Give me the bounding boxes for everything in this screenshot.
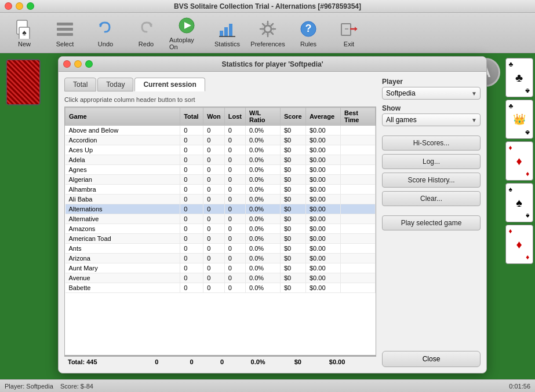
table-row[interactable]: Amazons 0 0 0 0.0% $0 $0.00 — [65, 224, 376, 234]
player-select[interactable]: Softpedia — [382, 87, 481, 100]
show-select[interactable]: All games Played games Won games — [382, 113, 481, 126]
table-row[interactable]: Babette 0 0 0 0.0% $0 $0.00 — [65, 283, 376, 293]
clear-button[interactable]: Clear... — [382, 191, 481, 206]
col-game[interactable]: Game — [65, 108, 180, 126]
table-row[interactable]: Accordion 0 0 0 0.0% $0 $0.00 — [65, 135, 376, 145]
cell-avg: $0.00 — [306, 204, 341, 214]
toolbar-undo[interactable]: Undo — [86, 16, 125, 50]
table-row[interactable]: Adela 0 0 0 0.0% $0 $0.00 — [65, 155, 376, 165]
cell-game: Aces Up — [65, 145, 180, 155]
col-score[interactable]: Score — [281, 108, 306, 126]
table-row[interactable]: Algerian 0 0 0 0.0% $0 $0.00 — [65, 175, 376, 185]
toolbar-autoplay[interactable]: Autoplay On — [167, 16, 206, 50]
toolbar-new[interactable]: ♠ New — [5, 16, 44, 50]
undo-icon — [95, 19, 116, 39]
cell-total: 0 — [180, 145, 203, 155]
cell-won: 0 — [203, 283, 225, 293]
score-history-button[interactable]: Score History... — [382, 173, 481, 188]
toolbar-preferences[interactable]: Preferences — [248, 16, 287, 50]
toolbar-exit[interactable]: Exit — [329, 16, 369, 50]
table-row[interactable]: Alternative 0 0 0 0.0% $0 $0.00 — [65, 214, 376, 224]
tab-today[interactable]: Today — [97, 78, 133, 91]
cell-score: $0 — [281, 263, 306, 273]
table-row[interactable]: Agnes 0 0 0 0.0% $0 $0.00 — [65, 165, 376, 175]
cell-total: 0 — [180, 273, 203, 283]
toolbar-redo[interactable]: Redo — [126, 16, 166, 50]
cell-best — [341, 195, 376, 204]
cell-lost: 0 — [224, 254, 245, 263]
undo-label: Undo — [98, 41, 113, 47]
preferences-label: Preferences — [250, 41, 285, 47]
table-row[interactable]: Ali Baba 0 0 0 0.0% $0 $0.00 — [65, 195, 376, 204]
cell-score: $0 — [281, 135, 306, 145]
toolbar-statistics[interactable]: Statistics — [208, 16, 247, 50]
table-row[interactable]: Avenue 0 0 0 0.0% $0 $0.00 — [65, 273, 376, 283]
cell-best — [341, 204, 376, 214]
tab-current-session[interactable]: Current session — [134, 78, 205, 91]
title-bar: BVS Solitaire Collection Trial - Alterna… — [0, 0, 535, 13]
col-average[interactable]: Average — [306, 108, 341, 126]
minimize-button[interactable] — [16, 2, 23, 10]
toolbar-rules[interactable]: ? Rules — [289, 16, 328, 50]
cell-lost: 0 — [224, 263, 245, 273]
dialog-close-button[interactable] — [63, 60, 71, 68]
col-total[interactable]: Total — [180, 108, 203, 126]
window-controls[interactable] — [5, 2, 34, 10]
cell-avg: $0.00 — [306, 195, 341, 204]
hiscores-button[interactable]: Hi-Scores... — [382, 135, 481, 151]
dialog-title: Statistics for player 'Softpedia' — [221, 60, 323, 68]
cell-won: 0 — [203, 224, 225, 234]
card-back — [6, 59, 41, 105]
table-row[interactable]: Aunt Mary 0 0 0 0.0% $0 $0.00 — [65, 263, 376, 273]
cell-won: 0 — [203, 263, 225, 273]
statistics-label: Statistics — [214, 41, 240, 47]
table-row[interactable]: Arizona 0 0 0 0.0% $0 $0.00 — [65, 254, 376, 263]
maximize-button[interactable] — [27, 2, 34, 10]
cell-total: 0 — [180, 155, 203, 165]
cell-avg: $0.00 — [306, 224, 341, 234]
close-button[interactable] — [5, 2, 12, 10]
col-won[interactable]: Won — [203, 108, 225, 126]
table-row[interactable]: Alhambra 0 0 0 0.0% $0 $0.00 — [65, 185, 376, 195]
rules-label: Rules — [300, 41, 316, 47]
cell-score: $0 — [281, 254, 306, 263]
col-best-time[interactable]: Best Time — [341, 108, 376, 126]
play-selected-button[interactable]: Play selected game — [382, 215, 481, 230]
cell-score: $0 — [281, 214, 306, 224]
sort-hint: Click appropriate column header button t… — [64, 95, 376, 104]
preferences-icon — [257, 19, 278, 39]
cell-wl: 0.0% — [246, 234, 281, 244]
tab-total[interactable]: Total — [64, 78, 96, 91]
table-row[interactable]: American Toad 0 0 0 0.0% $0 $0.00 — [65, 234, 376, 244]
table-row[interactable]: Aces Up 0 0 0 0.0% $0 $0.00 — [65, 145, 376, 155]
stats-table-wrapper[interactable]: Game Total Won Lost W/L Ratio Score Aver… — [64, 107, 376, 356]
cell-game: Amazons — [65, 224, 180, 234]
cell-avg: $0.00 — [306, 165, 341, 175]
cell-game: Aunt Mary — [65, 263, 180, 273]
dialog-max-button[interactable] — [85, 60, 93, 68]
col-lost[interactable]: Lost — [224, 108, 245, 126]
table-row[interactable]: Above and Below 0 0 0 0.0% $0 $0.00 — [65, 126, 376, 135]
cell-avg: $0.00 — [306, 283, 341, 293]
svg-rect-10 — [220, 31, 223, 36]
cell-wl: 0.0% — [246, 224, 281, 234]
table-row[interactable]: Alternations 0 0 0 0.0% $0 $0.00 — [65, 204, 376, 214]
svg-rect-4 — [57, 28, 73, 31]
cell-best — [341, 234, 376, 244]
close-button[interactable]: Close — [382, 351, 481, 367]
cell-won: 0 — [203, 126, 225, 135]
cell-game: Alternations — [65, 204, 180, 214]
dialog-controls[interactable] — [63, 60, 93, 68]
dialog-min-button[interactable] — [74, 60, 82, 68]
cell-score: $0 — [281, 224, 306, 234]
log-button[interactable]: Log... — [382, 154, 481, 169]
cell-score: $0 — [281, 283, 306, 293]
spade-card: ♠ ♠ ♠ — [505, 183, 533, 222]
col-wl-ratio[interactable]: W/L Ratio — [246, 108, 281, 126]
toolbar-select[interactable]: Select — [45, 16, 85, 50]
cell-lost: 0 — [224, 234, 245, 244]
table-row[interactable]: Ants 0 0 0 0.0% $0 $0.00 — [65, 244, 376, 254]
cell-best — [341, 244, 376, 254]
cell-wl: 0.0% — [246, 155, 281, 165]
total-score: $0 — [294, 358, 329, 365]
